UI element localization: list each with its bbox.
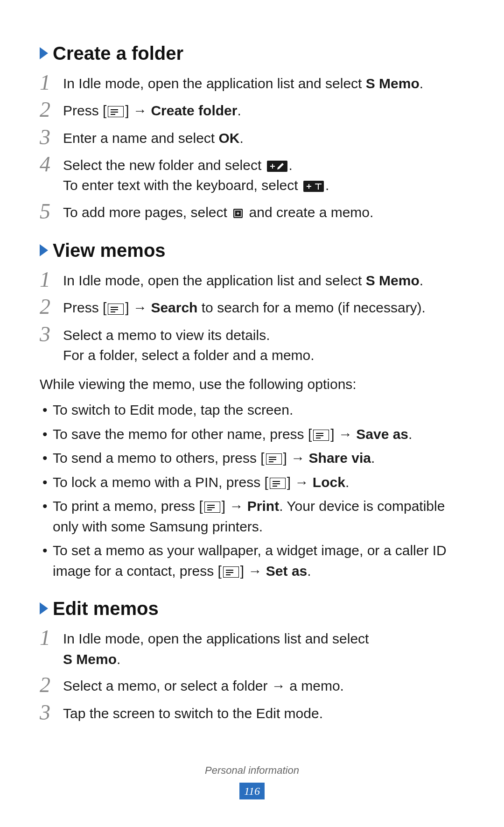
options-list: To switch to Edit mode, tap the screen. … <box>40 400 464 581</box>
svg-rect-4 <box>267 161 287 172</box>
list-item: To send a memo to others, press [] → Sha… <box>40 448 464 468</box>
menu-icon <box>204 502 220 513</box>
step-number: 1 <box>40 269 63 291</box>
step-3: 3 Tap the screen to switch to the Edit m… <box>40 701 464 724</box>
step-text: Select a memo, or select a folder → a me… <box>63 674 464 696</box>
list-item: To print a memo, press [] → Print. Your … <box>40 496 464 537</box>
menu-icon <box>108 304 124 315</box>
step-1: 1 In Idle mode, open the applications li… <box>40 627 464 669</box>
step-text: To add more pages, select and create a m… <box>63 200 464 223</box>
heading-text: View memos <box>53 237 166 264</box>
step-text: Press [] → Create folder. <box>63 99 464 121</box>
step-number: 2 <box>40 99 63 121</box>
menu-icon <box>223 566 239 578</box>
page-footer: Personal information 116 <box>0 763 504 800</box>
step-number: 5 <box>40 200 63 223</box>
step-1: 1 In Idle mode, open the application lis… <box>40 71 464 94</box>
list-item: To set a memo as your wallpaper, a widge… <box>40 540 464 581</box>
step-text: Select the new folder and select . To en… <box>63 153 464 196</box>
step-2: 2 Press [] → Search to search for a memo… <box>40 296 464 318</box>
step-number: 3 <box>40 701 63 724</box>
chevron-icon <box>40 602 48 615</box>
heading-view-memos: View memos <box>40 237 464 264</box>
footer-section-name: Personal information <box>0 763 504 778</box>
step-text: Enter a name and select OK. <box>63 126 464 148</box>
step-text: Press [] → Search to search for a memo (… <box>63 296 464 318</box>
step-text: In Idle mode, open the application list … <box>63 71 464 94</box>
step-number: 3 <box>40 126 63 148</box>
step-number: 2 <box>40 674 63 696</box>
heading-text: Create a folder <box>53 40 183 67</box>
options-intro: While viewing the memo, use the followin… <box>40 374 464 395</box>
heading-text: Edit memos <box>53 595 159 622</box>
chevron-icon <box>40 244 48 256</box>
menu-icon <box>313 430 329 441</box>
step-number: 4 <box>40 153 63 176</box>
heading-create-folder: Create a folder <box>40 40 464 67</box>
plus-t-icon <box>303 181 324 192</box>
step-number: 1 <box>40 627 63 649</box>
step-2: 2 Press [] → Create folder. <box>40 99 464 121</box>
step-number: 2 <box>40 296 63 318</box>
list-item: To save the memo for other name, press [… <box>40 424 464 445</box>
add-page-icon <box>232 208 244 219</box>
page-number: 116 <box>239 783 265 800</box>
menu-icon <box>266 453 282 465</box>
step-text: Select a memo to view its details. For a… <box>63 323 464 366</box>
step-1: 1 In Idle mode, open the application lis… <box>40 269 464 291</box>
svg-rect-5 <box>303 181 324 192</box>
manual-page: Create a folder 1 In Idle mode, open the… <box>0 0 504 827</box>
step-number: 1 <box>40 71 63 94</box>
list-item: To lock a memo with a PIN, press [] → Lo… <box>40 472 464 493</box>
plus-pen-icon <box>267 161 287 172</box>
step-number: 3 <box>40 323 63 346</box>
step-3: 3 Enter a name and select OK. <box>40 126 464 148</box>
chevron-icon <box>40 47 48 59</box>
list-item: To switch to Edit mode, tap the screen. <box>40 400 464 420</box>
step-text: In Idle mode, open the applications list… <box>63 627 464 669</box>
step-2: 2 Select a memo, or select a folder → a … <box>40 674 464 696</box>
menu-icon <box>270 478 286 489</box>
step-text: In Idle mode, open the application list … <box>63 269 464 291</box>
menu-icon <box>108 106 124 117</box>
step-3: 3 Select a memo to view its details. For… <box>40 323 464 366</box>
step-text: Tap the screen to switch to the Edit mod… <box>63 701 464 724</box>
heading-edit-memos: Edit memos <box>40 595 464 622</box>
step-4: 4 Select the new folder and select . To … <box>40 153 464 196</box>
step-5: 5 To add more pages, select and create a… <box>40 200 464 223</box>
